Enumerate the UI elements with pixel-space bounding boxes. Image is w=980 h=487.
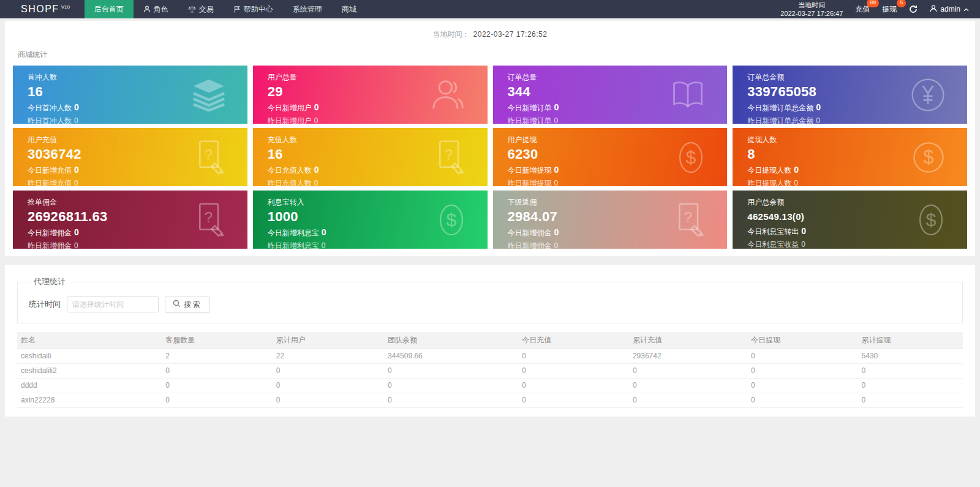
withdraw-label: 提现 <box>882 5 897 13</box>
table-row: ceshidalili20000000 <box>17 363 963 378</box>
stat-card: 用户总量 29 今日新增用户0 昨日新增用户0 <box>253 66 488 124</box>
stat-card: 首冲人数 16 今日首冲人数0 昨日首冲人数0 <box>13 66 247 124</box>
stat-card: 订单总量 344 今日新增订单0 昨日新增订单0 <box>493 66 728 124</box>
table-cell: 0 <box>273 363 384 378</box>
layers-icon <box>191 78 227 111</box>
table-cell: 0 <box>858 363 963 378</box>
table-cell: ceshidaili <box>17 349 162 363</box>
refresh-icon[interactable] <box>909 5 918 13</box>
stat-card-yesterday-line: 昨日新增提现0 <box>508 178 718 186</box>
logo-version: V10 <box>61 4 70 10</box>
recharge-badge: 89 <box>867 0 879 7</box>
table-cell: 0 <box>747 363 858 378</box>
mall-stats-panel: 当地时间：2022-03-27 17:26:52 商城统计 首冲人数 16 今日… <box>5 21 975 256</box>
stat-card: 充值人数 16 今日充值人数0 昨日充值人数0 ? <box>253 128 488 186</box>
page-local-time: 当地时间：2022-03-27 17:26:52 <box>5 29 975 40</box>
svg-text:$: $ <box>923 146 933 167</box>
stat-card-yesterday-line: 昨日新增用户0 <box>268 116 478 124</box>
table-cell: 0 <box>273 393 384 407</box>
agent-table: 姓名客服数量累计用户团队余额今日充值累计充值今日提现累计提现 ceshidail… <box>17 332 963 408</box>
admin-menu[interactable]: admin <box>930 5 969 14</box>
stat-card: 用户充值 3036742 今日新增充值0 昨日新增充值0 ? <box>13 128 247 186</box>
table-cell: 0 <box>858 378 963 393</box>
scales-icon <box>188 6 196 13</box>
nav-right: 当地时间 2022-03-27 17:26:47 充值 89 提现 5 admi… <box>780 0 980 18</box>
stat-time-input[interactable] <box>67 296 159 312</box>
nav-item-label: 商城 <box>342 4 356 15</box>
table-header-cell: 累计提现 <box>858 332 963 349</box>
admin-username: admin <box>940 5 960 13</box>
agent-stats-fieldset: 代理统计 统计时间 搜索 <box>17 276 963 323</box>
local-time-value: 2022-03-27 17:26:47 <box>780 9 843 18</box>
local-time-label: 当地时间 <box>780 1 843 9</box>
table-cell: 22 <box>273 349 384 363</box>
page-time-value: 2022-03-27 17:26:52 <box>473 30 548 39</box>
table-cell: 2 <box>162 349 273 363</box>
user-icon <box>143 6 151 13</box>
table-cell: 0 <box>629 393 747 407</box>
stat-card: 下级返佣 2984.07 今日新增佣金0 昨日新增佣金0 ? <box>493 191 728 249</box>
dollar-circle-icon: $ <box>911 140 946 175</box>
doc-question-icon: ? <box>192 202 227 238</box>
table-cell: 0 <box>162 393 273 407</box>
svg-text:?: ? <box>684 209 693 225</box>
stat-card-yesterday-line: 昨日提现人数0 <box>747 178 957 186</box>
stat-card-yesterday-line: 昨日新增订单0 <box>508 116 718 124</box>
nav-item-1[interactable]: 角色 <box>134 0 178 18</box>
stat-card: 提现人数 8 今日提现人数0 昨日提现人数0 $ <box>733 128 967 186</box>
withdraw-link[interactable]: 提现 5 <box>882 4 897 15</box>
stat-cards-grid: 首冲人数 16 今日首冲人数0 昨日首冲人数0 用户总量 29 今日新增用户0 … <box>5 66 975 249</box>
nav-item-label: 后台首页 <box>94 4 124 15</box>
table-cell: 0 <box>162 378 273 393</box>
table-header-cell: 今日提现 <box>747 332 858 349</box>
table-cell: 0 <box>747 349 858 363</box>
nav-item-5[interactable]: 商城 <box>332 0 366 18</box>
yen-circle-icon <box>910 77 946 113</box>
stat-card-yesterday-line: 昨日新增佣金0 <box>28 241 238 249</box>
table-header-cell: 今日充值 <box>518 332 629 349</box>
filter-row: 统计时间 搜索 <box>25 296 955 313</box>
app-logo: SHOPFV10 <box>0 0 85 18</box>
nav-item-label: 帮助中心 <box>244 4 273 15</box>
agent-table-header-row: 姓名客服数量累计用户团队余额今日充值累计充值今日提现累计提现 <box>17 332 963 349</box>
table-cell: 2936742 <box>629 349 747 363</box>
nav-item-4[interactable]: 系统管理 <box>283 0 332 18</box>
table-cell: 0 <box>629 378 747 393</box>
logo-text: SHOPF <box>21 4 59 15</box>
stat-card-yesterday-line: 昨日新增佣金0 <box>508 241 718 249</box>
svg-text:?: ? <box>204 209 213 225</box>
navbar-local-time: 当地时间 2022-03-27 17:26:47 <box>780 1 843 18</box>
nav-item-3[interactable]: 帮助中心 <box>224 0 283 18</box>
nav-menu: 后台首页 角色 交易 帮助中心 系统管理 商城 <box>85 0 366 18</box>
section-title: 商城统计 <box>5 50 975 60</box>
table-cell: 0 <box>518 349 629 363</box>
table-cell: 0 <box>384 378 518 393</box>
stat-card: 抢单佣金 26926811.63 今日新增佣金0 昨日新增佣金0 ? <box>13 191 247 249</box>
search-button[interactable]: 搜索 <box>165 296 210 313</box>
stat-card-yesterday-line: 今日利息宝收益0 <box>747 240 957 249</box>
navbar: SHOPFV10 后台首页 角色 交易 帮助中心 系统管理 商城 当地时间 20… <box>0 0 980 18</box>
nav-item-2[interactable]: 交易 <box>178 0 224 18</box>
table-header-cell: 客服数量 <box>162 332 273 349</box>
svg-text:?: ? <box>444 146 453 163</box>
stat-card: 用户总余额 462549.13(0) 今日利息宝转出0 今日利息宝收益0 $ <box>733 191 967 249</box>
person-icon <box>930 5 937 14</box>
stat-card-yesterday-line: 昨日新增充值0 <box>28 178 238 186</box>
table-cell: dddd <box>17 378 162 393</box>
table-row: ceshidaili222344509.660293674205430 <box>17 349 963 363</box>
table-cell: 0 <box>747 393 858 407</box>
table-row: dddd0000000 <box>17 378 963 393</box>
page-time-label: 当地时间： <box>433 30 470 39</box>
agent-stats-panel: 代理统计 统计时间 搜索 姓名客服数量累计用户团队余额今日充值累计充值今日提现累… <box>5 265 975 417</box>
nav-item-label: 系统管理 <box>293 4 322 15</box>
table-cell: 5430 <box>858 349 963 363</box>
chevron-up-icon <box>963 5 969 13</box>
nav-item-0[interactable]: 后台首页 <box>85 0 134 18</box>
search-icon <box>173 300 181 309</box>
stat-card-yesterday-line: 昨日新增利息宝0 <box>268 241 478 249</box>
recharge-link[interactable]: 充值 89 <box>855 4 870 15</box>
table-cell: axin22228 <box>17 393 162 407</box>
table-header-cell: 团队余额 <box>384 332 518 349</box>
stat-card: 订单总金额 339765058 今日新增订单总金额0 昨日新增订单总金额0 <box>733 66 967 124</box>
stat-card-yesterday-line: 昨日新增订单总金额0 <box>747 116 957 124</box>
